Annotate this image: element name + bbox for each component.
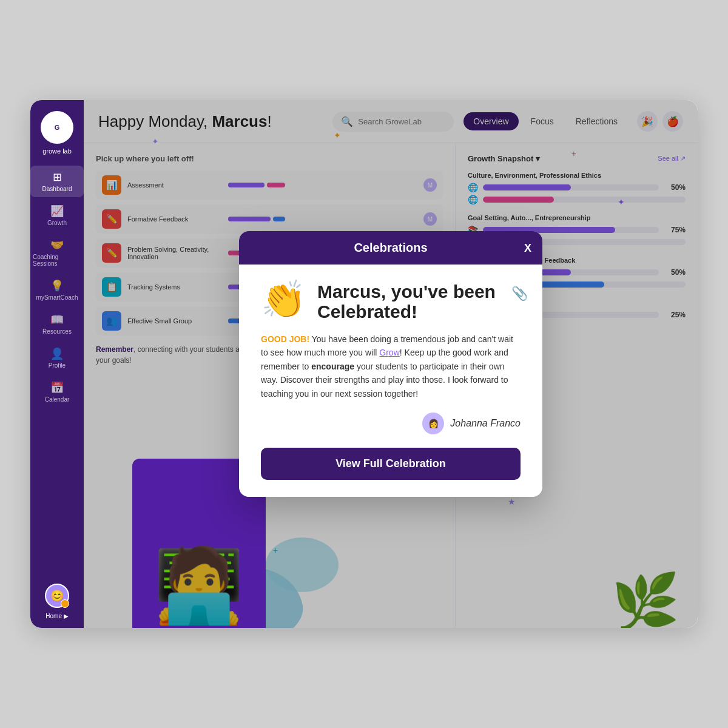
sidebar-label-profile: Profile bbox=[49, 362, 66, 369]
app-window: G growe lab ⊞ Dashboard 📈 Growth 🤝 Coach… bbox=[30, 100, 698, 628]
from-avatar: 👩 bbox=[422, 413, 444, 434]
sidebar-item-coaching[interactable]: 🤝 Coaching Sessions bbox=[30, 234, 84, 272]
calendar-icon: 📅 bbox=[50, 381, 64, 394]
modal-from: 👩 Johanna Franco bbox=[261, 413, 521, 434]
main-content: Happy Monday, Marcus! 🔍 Overview Focus R… bbox=[84, 100, 698, 628]
attachment-icon: 📎 bbox=[511, 286, 528, 302]
modal-message: GOOD JOB! You have been doing a tremendo… bbox=[261, 332, 521, 400]
sidebar-label-resources: Resources bbox=[42, 328, 72, 335]
dashboard-icon: ⊞ bbox=[53, 170, 62, 184]
clap-emoji: 👏 bbox=[261, 281, 306, 318]
sidebar-item-growth[interactable]: 📈 Growth bbox=[30, 200, 84, 231]
sidebar-nav: ⊞ Dashboard 📈 Growth 🤝 Coaching Sessions… bbox=[30, 166, 84, 584]
sidebar-label-coaching: Coaching Sessions bbox=[33, 254, 81, 267]
encourage-text: encourage bbox=[311, 362, 354, 371]
modal-overlay[interactable]: Celebrations X 📎 👏 Marcus, you've been C… bbox=[84, 100, 698, 628]
resources-icon: 📖 bbox=[50, 313, 64, 326]
celebrations-modal: Celebrations X 📎 👏 Marcus, you've been C… bbox=[239, 231, 542, 497]
sidebar-item-mysmartcoach[interactable]: 💡 mySmartCoach bbox=[30, 274, 84, 306]
modal-close-button[interactable]: X bbox=[524, 241, 531, 254]
modal-title: Celebrations bbox=[354, 241, 427, 255]
sidebar-label-calendar: Calendar bbox=[45, 396, 70, 403]
from-name: Johanna Franco bbox=[450, 418, 521, 429]
sidebar-item-calendar[interactable]: 📅 Calendar bbox=[30, 376, 84, 408]
modal-header: Celebrations X bbox=[239, 231, 542, 265]
view-full-celebration-button[interactable]: View Full Celebration bbox=[261, 448, 521, 480]
home-label[interactable]: Home ▶ bbox=[46, 613, 68, 619]
growth-icon: 📈 bbox=[50, 204, 64, 218]
profile-icon: 👤 bbox=[50, 347, 64, 360]
sidebar: G growe lab ⊞ Dashboard 📈 Growth 🤝 Coach… bbox=[30, 100, 84, 628]
sidebar-item-profile[interactable]: 👤 Profile bbox=[30, 342, 84, 374]
mysmartcoach-icon: 💡 bbox=[50, 279, 64, 292]
sidebar-item-resources[interactable]: 📖 Resources bbox=[30, 308, 84, 340]
sidebar-label-growth: Growth bbox=[47, 220, 67, 226]
grow-link[interactable]: Grow bbox=[379, 348, 399, 357]
logo[interactable]: G bbox=[41, 111, 73, 144]
logo-text: G bbox=[55, 124, 60, 131]
modal-body: 📎 👏 Marcus, you've been Celebrated! GOOD… bbox=[239, 265, 542, 497]
sidebar-label-mysmartcoach: mySmartCoach bbox=[36, 294, 78, 301]
sidebar-bottom: 😊 Home ▶ bbox=[45, 584, 69, 619]
modal-headline: Marcus, you've been Celebrated! bbox=[317, 281, 521, 322]
avatar-badge bbox=[61, 599, 69, 608]
coaching-icon: 🤝 bbox=[50, 238, 64, 252]
modal-top: 👏 Marcus, you've been Celebrated! bbox=[261, 281, 521, 322]
brand-name: growe lab bbox=[42, 147, 72, 155]
sidebar-item-dashboard[interactable]: ⊞ Dashboard bbox=[30, 166, 84, 197]
from-avatar-icon: 👩 bbox=[428, 419, 439, 428]
sidebar-label-dashboard: Dashboard bbox=[42, 186, 72, 192]
user-avatar[interactable]: 😊 bbox=[45, 584, 69, 608]
good-job-text: GOOD JOB! bbox=[261, 334, 309, 344]
